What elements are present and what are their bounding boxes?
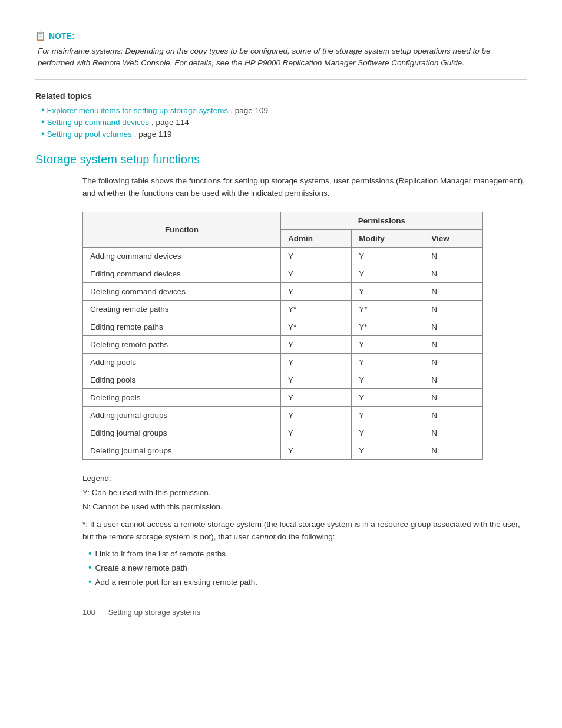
td-modify: Y	[352, 265, 424, 282]
td-function: Editing journal groups	[83, 424, 281, 442]
td-view: N	[424, 282, 483, 300]
td-view: N	[424, 353, 483, 371]
td-function: Editing remote paths	[83, 318, 281, 335]
td-modify: Y	[352, 424, 424, 442]
bullet-icon: •	[41, 117, 45, 127]
td-function: Editing pools	[83, 371, 281, 388]
td-view: N	[424, 388, 483, 406]
td-modify: Y	[352, 406, 424, 424]
td-view: N	[424, 371, 483, 388]
th-view: View	[424, 229, 483, 247]
note-title: 📋 NOTE:	[35, 31, 527, 41]
legend-asterisk: *: If a user cannot access a remote stor…	[82, 518, 527, 543]
td-modify: Y	[352, 247, 424, 265]
note-box: 📋 NOTE: For mainframe systems: Depending…	[35, 24, 527, 80]
related-link-2[interactable]: Setting up command devices	[47, 118, 149, 127]
th-admin: Admin	[280, 229, 351, 247]
table-row: Editing remote paths Y* Y* N	[83, 318, 483, 335]
table-row: Creating remote paths Y* Y* N	[83, 300, 483, 318]
permissions-table: Function Permissions Admin Modify View A…	[82, 212, 483, 460]
section-title: Storage system setup functions	[35, 153, 527, 166]
bullet-icon: •	[88, 577, 92, 587]
td-function: Deleting pools	[83, 388, 281, 406]
cannot-item-3: Add a remote port for an existing remote…	[95, 575, 257, 589]
table-row: Deleting remote paths Y Y N	[83, 335, 483, 353]
page-footer: 108 Setting up storage systems	[35, 608, 527, 617]
td-function: Deleting remote paths	[83, 335, 281, 353]
td-function: Adding journal groups	[83, 406, 281, 424]
td-modify: Y	[352, 335, 424, 353]
page-ref-3: , page 119	[134, 130, 172, 139]
list-item: • Add a remote port for an existing remo…	[88, 575, 527, 589]
td-function: Adding command devices	[83, 247, 281, 265]
td-admin: Y	[280, 388, 351, 406]
legend-n: N: Cannot be used with this permission.	[82, 500, 527, 514]
cannot-item-2: Create a new remote path	[95, 561, 187, 575]
related-topics-section: Related topics • Explorer menu items for…	[35, 91, 527, 139]
related-link-3[interactable]: Setting up pool volumes	[47, 130, 132, 139]
list-item: • Create a new remote path	[88, 561, 527, 575]
bullet-icon: •	[41, 129, 45, 139]
legend-cannot-list: • Link to it from the list of remote pat…	[82, 547, 527, 590]
td-function: Editing command devices	[83, 265, 281, 282]
note-text: For mainframe systems: Depending on the …	[35, 45, 527, 70]
td-modify: Y*	[352, 300, 424, 318]
td-modify: Y	[352, 353, 424, 371]
table-row: Editing journal groups Y Y N	[83, 424, 483, 442]
td-modify: Y	[352, 371, 424, 388]
table-row: Deleting pools Y Y N	[83, 388, 483, 406]
td-view: N	[424, 424, 483, 442]
td-modify: Y	[352, 388, 424, 406]
list-item: • Explorer menu items for setting up sto…	[41, 106, 527, 115]
td-view: N	[424, 335, 483, 353]
table-row: Adding journal groups Y Y N	[83, 406, 483, 424]
td-view: N	[424, 318, 483, 335]
td-admin: Y	[280, 353, 351, 371]
page-ref-1: , page 109	[230, 106, 268, 115]
th-modify: Modify	[352, 229, 424, 247]
td-admin: Y	[280, 335, 351, 353]
td-view: N	[424, 247, 483, 265]
table-row: Editing command devices Y Y N	[83, 265, 483, 282]
td-admin: Y	[280, 247, 351, 265]
td-function: Deleting journal groups	[83, 442, 281, 459]
list-item: • Setting up pool volumes, page 119	[41, 129, 527, 139]
related-link-1[interactable]: Explorer menu items for setting up stora…	[47, 106, 229, 115]
td-modify: Y	[352, 282, 424, 300]
td-admin: Y	[280, 406, 351, 424]
td-modify: Y*	[352, 318, 424, 335]
td-admin: Y	[280, 265, 351, 282]
legend-y: Y: Can be used with this permission.	[82, 486, 527, 500]
table-row: Adding pools Y Y N	[83, 353, 483, 371]
section-description: The following table shows the functions …	[35, 174, 527, 200]
td-view: N	[424, 300, 483, 318]
td-admin: Y*	[280, 300, 351, 318]
bullet-icon: •	[88, 549, 92, 558]
th-function: Function	[83, 212, 281, 247]
list-item: • Link to it from the list of remote pat…	[88, 547, 527, 561]
legend-label: Legend:	[82, 472, 527, 486]
td-function: Deleting command devices	[83, 282, 281, 300]
td-view: N	[424, 442, 483, 459]
td-admin: Y	[280, 282, 351, 300]
related-topics-title: Related topics	[35, 91, 527, 101]
td-function: Adding pools	[83, 353, 281, 371]
cannot-item-1: Link to it from the list of remote paths	[95, 547, 226, 561]
related-topics-list: • Explorer menu items for setting up sto…	[35, 106, 527, 139]
td-view: N	[424, 406, 483, 424]
legend-section: Legend: Y: Can be used with this permiss…	[35, 472, 527, 590]
table-row: Deleting command devices Y Y N	[83, 282, 483, 300]
td-admin: Y*	[280, 318, 351, 335]
page-ref-2: , page 114	[151, 118, 189, 127]
td-admin: Y	[280, 442, 351, 459]
td-admin: Y	[280, 424, 351, 442]
td-view: N	[424, 265, 483, 282]
page-label: Setting up storage systems	[108, 608, 200, 617]
permissions-table-container: Function Permissions Admin Modify View A…	[35, 212, 527, 460]
bullet-icon: •	[88, 563, 92, 572]
td-function: Creating remote paths	[83, 300, 281, 318]
th-permissions: Permissions	[280, 212, 482, 229]
list-item: • Setting up command devices, page 114	[41, 117, 527, 127]
page-number: 108	[82, 608, 95, 617]
table-row: Editing pools Y Y N	[83, 371, 483, 388]
